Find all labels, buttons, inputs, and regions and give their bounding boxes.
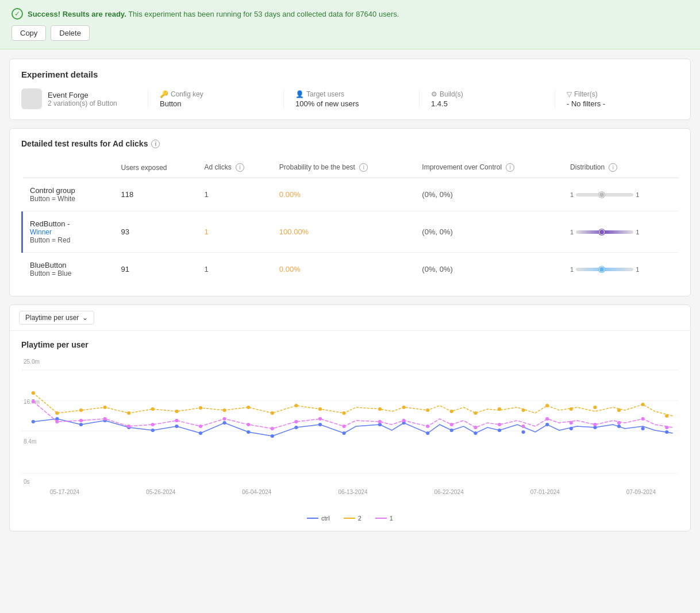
dist-container: 1 1	[570, 229, 672, 236]
group-sub: Button = White	[30, 195, 107, 203]
users-exposed: 93	[114, 211, 198, 253]
experiment-details-row: Event Forge 2 variation(s) of Button 🔑 C…	[21, 88, 679, 109]
chart-section: Playtime per user ⌄ Playtime per user 25…	[9, 304, 691, 531]
svg-point-79	[545, 417, 549, 421]
build-icon: ⚙	[431, 90, 437, 98]
svg-point-77	[498, 423, 501, 426]
chart-dropdown[interactable]: Playtime per user ⌄	[19, 311, 94, 325]
legend-ctrl-label: ctrl	[321, 515, 330, 522]
dist-right: 1	[636, 266, 639, 273]
svg-point-40	[247, 406, 250, 409]
target-users-label: 👤 Target users	[295, 90, 407, 98]
test-results-title: Detailed test results for Ad clicks i	[21, 139, 679, 148]
svg-point-6	[79, 423, 83, 426]
winner-label: Winner	[30, 228, 107, 236]
builds-value: 1.4.5	[431, 99, 543, 108]
x-label-4: 06-13-2024	[338, 489, 367, 495]
x-label-3: 06-04-2024	[242, 489, 271, 495]
dist-dot	[599, 192, 605, 198]
builds-detail: ⚙ Build(s) 1.4.5	[419, 90, 543, 108]
app-name: Event Forge	[48, 91, 117, 99]
table-row: RedButton -WinnerButton = Red931100.00%(…	[22, 211, 679, 253]
svg-point-57	[665, 414, 668, 418]
svg-point-15	[294, 426, 298, 429]
x-label-6: 07-01-2024	[530, 489, 560, 495]
svg-point-28	[617, 425, 621, 428]
dist-track	[576, 193, 633, 196]
experiment-app: Event Forge 2 variation(s) of Button	[21, 88, 136, 109]
svg-point-71	[342, 425, 345, 428]
delete-button[interactable]: Delete	[51, 25, 90, 41]
group-name: BlueButton	[30, 261, 107, 269]
svg-point-20	[426, 431, 429, 435]
improvement: (0%, 0%)	[415, 178, 563, 211]
group-name: Control group	[30, 186, 107, 195]
dist-container: 1 1	[570, 266, 672, 273]
main-content: Experiment details Event Forge 2 variati…	[0, 49, 700, 541]
legend-1-label: 1	[390, 515, 393, 522]
chart-area: 25.0m 16.7m 8.4m 0s	[21, 358, 679, 508]
svg-point-63	[151, 423, 155, 426]
chart-x-labels: 05-17-2024 05-26-2024 06-04-2024 06-13-2…	[21, 487, 679, 495]
svg-point-23	[498, 429, 501, 432]
x-label-7: 07-09-2024	[626, 489, 656, 495]
success-icon: ✓	[11, 8, 23, 20]
results-table: Users exposed Ad clicks i Probability to…	[21, 157, 679, 286]
svg-point-14	[271, 434, 274, 438]
svg-point-31	[32, 391, 35, 395]
svg-point-37	[175, 410, 178, 413]
svg-point-64	[175, 419, 178, 422]
dist-left: 1	[570, 266, 574, 273]
test-results-card: Detailed test results for Ad clicks i Us…	[9, 128, 691, 296]
svg-point-43	[318, 407, 322, 411]
legend-2-label: 2	[358, 515, 361, 522]
copy-button[interactable]: Copy	[11, 25, 46, 41]
app-info: Event Forge 2 variation(s) of Button	[48, 91, 117, 107]
svg-point-47	[426, 408, 429, 412]
table-row: Control groupButton = White11810.00%(0%,…	[22, 178, 679, 211]
svg-point-44	[342, 411, 345, 415]
probability: 0.00%	[272, 253, 415, 286]
distribution: 1 1	[563, 253, 679, 286]
x-label-2: 05-26-2024	[146, 489, 175, 495]
group-cell: Control groupButton = White	[22, 178, 114, 211]
svg-point-54	[593, 406, 597, 409]
svg-point-70	[318, 417, 322, 421]
dist-info-icon: i	[609, 163, 617, 172]
config-key-label: 🔑 Config key	[160, 90, 272, 98]
chart-svg	[21, 358, 679, 485]
svg-point-59	[55, 420, 59, 423]
svg-point-36	[151, 407, 155, 411]
x-label-1: 05-17-2024	[50, 489, 79, 495]
improvement: (0%, 0%)	[415, 211, 563, 253]
legend-1-line	[375, 518, 387, 519]
dist-left: 1	[570, 191, 574, 198]
builds-label: ⚙ Build(s)	[431, 90, 543, 98]
success-banner: ✓ Success! Results are ready. This exper…	[0, 0, 700, 49]
impr-info-icon: i	[506, 163, 514, 172]
svg-point-81	[593, 423, 597, 426]
group-sub: Button = Blue	[30, 269, 107, 277]
svg-point-12	[222, 421, 226, 425]
col-group	[22, 157, 114, 178]
svg-point-74	[426, 425, 429, 428]
svg-point-45	[378, 407, 382, 411]
svg-point-13	[247, 430, 250, 434]
svg-point-52	[545, 404, 549, 407]
svg-point-62	[127, 425, 130, 428]
svg-point-38	[199, 406, 202, 410]
svg-point-42	[294, 404, 298, 407]
dist-dot	[599, 229, 605, 235]
chart-legend: ctrl 2 1	[21, 515, 679, 522]
app-variation: 2 variation(s) of Button	[48, 99, 117, 107]
svg-point-16	[318, 423, 322, 426]
svg-point-72	[378, 420, 382, 423]
legend-ctrl-line	[307, 518, 318, 519]
svg-point-33	[79, 408, 83, 412]
svg-point-21	[450, 429, 453, 432]
distribution: 1 1	[563, 178, 679, 211]
app-icon	[21, 88, 42, 109]
svg-point-46	[402, 406, 405, 409]
filters-detail: ▽ Filter(s) - No filters -	[555, 90, 679, 108]
svg-point-30	[665, 430, 668, 434]
